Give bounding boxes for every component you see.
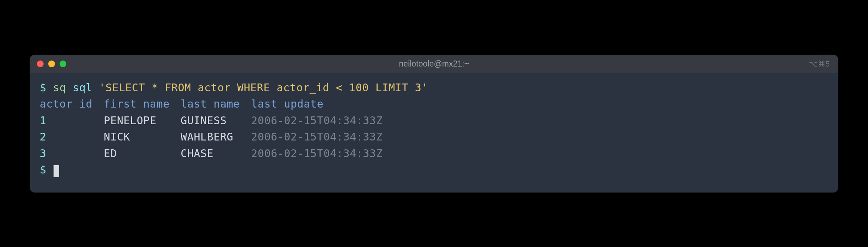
cell-last-update: 2006-02-15T04:34:33Z	[251, 145, 383, 162]
table-row: 1PENELOPEGUINESS2006-02-15T04:34:33Z	[40, 113, 828, 129]
column-header: last_update	[251, 96, 323, 113]
traffic-lights	[37, 61, 66, 67]
cell-actor-id: 2	[40, 129, 104, 145]
cell-last-update: 2006-02-15T04:34:33Z	[251, 129, 383, 145]
close-icon[interactable]	[37, 61, 44, 67]
terminal-window: neilotoole@mx21:~ ⌥⌘5 $ sq sql 'SELECT *…	[30, 55, 838, 193]
cell-first-name: NICK	[104, 129, 181, 145]
column-header: actor_id	[40, 96, 104, 113]
command-program: sq	[53, 81, 66, 94]
cell-last-name: GUINESS	[180, 113, 251, 129]
cell-actor-id: 1	[40, 113, 104, 129]
column-header: first_name	[104, 96, 181, 113]
column-header: last_name	[180, 96, 251, 113]
command-subcommand: sql	[73, 81, 93, 94]
table-header-row: actor_idfirst_namelast_namelast_update	[40, 96, 828, 113]
terminal-body[interactable]: $ sq sql 'SELECT * FROM actor WHERE acto…	[30, 73, 838, 193]
cell-actor-id: 3	[40, 145, 104, 162]
command-argument: 'SELECT * FROM actor WHERE actor_id < 10…	[99, 81, 428, 94]
maximize-icon[interactable]	[60, 61, 66, 67]
cell-last-name: WAHLBERG	[180, 129, 251, 145]
minimize-icon[interactable]	[48, 61, 55, 67]
window-shortcut-hint: ⌥⌘5	[809, 59, 830, 69]
titlebar: neilotoole@mx21:~ ⌥⌘5	[30, 55, 838, 73]
prompt-symbol: $	[40, 81, 46, 94]
cell-last-name: CHASE	[180, 145, 251, 162]
command-line: $ sq sql 'SELECT * FROM actor WHERE acto…	[40, 80, 828, 96]
cell-first-name: PENELOPE	[104, 113, 181, 129]
table-row: 3EDCHASE2006-02-15T04:34:33Z	[40, 145, 828, 162]
prompt-line[interactable]: $	[40, 162, 828, 178]
cursor-icon	[54, 165, 59, 177]
window-title: neilotoole@mx21:~	[399, 59, 469, 69]
table-row: 2NICKWAHLBERG2006-02-15T04:34:33Z	[40, 129, 828, 145]
cell-last-update: 2006-02-15T04:34:33Z	[251, 113, 383, 129]
prompt-symbol: $	[40, 163, 46, 176]
cell-first-name: ED	[104, 145, 181, 162]
